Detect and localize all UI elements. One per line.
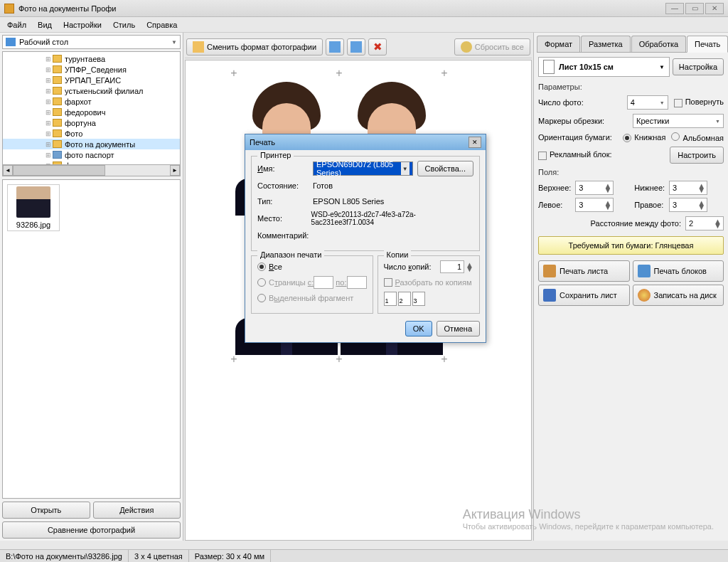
paper-settings-button[interactable]: Настройка [673, 58, 724, 75]
statusbar: B:\Фото на документы\93286.jpg 3 x 4 цве… [0, 549, 728, 562]
windows-activation-watermark: Активация Windows Чтобы активировать Win… [463, 507, 714, 531]
tree-item[interactable]: ⊞фортуна [3, 117, 180, 128]
paper-size-combo[interactable]: Лист 10x15 см▼ [538, 57, 670, 77]
photo-count-label: Число фото: [538, 98, 627, 107]
tab-layout[interactable]: Разметка [581, 36, 631, 52]
status-size: Размер: 30 x 40 мм [189, 550, 271, 562]
tree-item[interactable]: ⊞УРПАП_ЕГАИС [3, 75, 180, 85]
range-from-input[interactable] [314, 276, 333, 289]
disc-icon [638, 289, 651, 302]
printer-icon [543, 265, 556, 277]
change-format-button[interactable]: Сменить формат фотографии [186, 38, 323, 55]
delete-icon: ✖ [372, 41, 383, 53]
tree-item[interactable]: ⊞УПФР_Сведения [3, 64, 180, 75]
range-to-input[interactable] [347, 276, 367, 289]
printer-name-label: И [257, 164, 263, 173]
printer-location: WSD-e9c20113-d2c7-4fe3-a72a-5ac231ee3f71… [311, 211, 473, 226]
tree-item[interactable]: ⊞Фото [3, 128, 180, 139]
margin-bottom-input[interactable]: 3▲▼ [669, 181, 707, 195]
menu-file[interactable]: Файл [3, 19, 31, 31]
ad-block-checkbox[interactable] [538, 152, 547, 160]
printer-name-combo[interactable]: EPSON69D072 (L805 Series)▼ [313, 161, 413, 176]
rotate-checkbox[interactable] [674, 99, 682, 107]
range-selection-radio [257, 294, 266, 302]
reset-icon [461, 41, 472, 53]
titlebar: Фото на документы Профи — ▭ ✕ [0, 0, 728, 17]
dialog-titlebar[interactable]: Печать ✕ [245, 134, 486, 150]
thumbnail-label: 93286.jpg [16, 221, 50, 229]
rotate-left-icon [329, 41, 341, 53]
spacing-label: Расстояние между фото: [538, 219, 685, 228]
ad-settings-button[interactable]: Настроить [670, 147, 724, 164]
margin-left-input[interactable]: 3▲▼ [575, 198, 614, 212]
scroll-right-button[interactable]: ► [170, 165, 180, 176]
scroll-thumb[interactable] [13, 165, 105, 176]
menu-settings[interactable]: Настройки [59, 19, 106, 31]
location-combo[interactable]: Рабочий стол ▼ [2, 35, 181, 49]
print-blocks-button[interactable]: Печать блоков [633, 260, 724, 282]
range-pages-radio[interactable] [257, 278, 266, 287]
printer-properties-button[interactable]: Свойства... [417, 161, 473, 176]
orientation-landscape-radio[interactable] [671, 132, 680, 141]
write-disc-button[interactable]: Записать на диск [633, 285, 724, 306]
toolbar: Сменить формат фотографии ✖ Сбросить все [185, 36, 532, 58]
save-sheet-button[interactable]: Сохранить лист [538, 285, 630, 306]
dialog-cancel-button[interactable]: Отмена [437, 321, 480, 336]
menu-style[interactable]: Стиль [109, 19, 139, 31]
location-label: Рабочий стол [19, 38, 68, 46]
tree-item[interactable]: ⊞фотонадок [3, 160, 180, 165]
folder-tree[interactable]: ⊞турунтаева⊞УПФР_Сведения⊞УРПАП_ЕГАИС⊞ус… [2, 51, 181, 165]
person-icon [193, 41, 204, 53]
spacing-input[interactable]: 2▲▼ [685, 216, 724, 230]
rotate-right-button[interactable] [347, 38, 365, 55]
close-button[interactable]: ✕ [705, 3, 724, 14]
tabs: Формат Разметка Обработка Печать [537, 36, 725, 53]
scroll-left-button[interactable]: ◄ [3, 165, 13, 176]
open-button[interactable]: Открыть [2, 502, 90, 519]
compare-button[interactable]: Сравнение фотографий [2, 521, 181, 539]
tab-processing[interactable]: Обработка [631, 36, 686, 52]
right-panel: Формат Разметка Обработка Печать Лист 10… [533, 33, 728, 541]
thumbnail-image [16, 186, 50, 218]
tab-print[interactable]: Печать [687, 36, 728, 53]
paper-icon [543, 60, 555, 74]
save-icon [543, 289, 556, 302]
tree-item[interactable]: ⊞федорович [3, 107, 180, 117]
minimize-button[interactable]: — [665, 3, 684, 14]
tree-scrollbar[interactable]: ◄ ► [2, 165, 181, 176]
orientation-portrait-radio[interactable] [623, 134, 631, 142]
margin-top-input[interactable]: 3▲▼ [575, 181, 614, 195]
margin-right-input[interactable]: 3▲▼ [669, 198, 707, 212]
window-title: Фото на документы Профи [18, 4, 117, 13]
blocks-icon [638, 265, 651, 277]
tree-item[interactable]: ⊞турунтаева [3, 53, 180, 64]
status-path: B:\Фото на документы\93286.jpg [0, 550, 129, 562]
range-all-radio[interactable] [257, 263, 266, 271]
dialog-ok-button[interactable]: OK [405, 321, 432, 336]
photo-count-input[interactable]: 4▼ [627, 95, 668, 110]
reset-button[interactable]: Сбросить все [454, 38, 530, 55]
markers-combo[interactable]: Крестики▼ [633, 114, 724, 128]
tree-item[interactable]: ⊞фархот [3, 96, 180, 107]
copies-input[interactable] [440, 260, 464, 273]
rotate-left-button[interactable] [326, 38, 344, 55]
dialog-close-button[interactable]: ✕ [469, 137, 481, 148]
folder-icon [6, 38, 16, 46]
tree-item[interactable]: ⊞устькеньский филиал [3, 85, 180, 96]
delete-button[interactable]: ✖ [368, 38, 387, 55]
menu-view[interactable]: Вид [33, 19, 56, 31]
collate-preview: 123 [384, 292, 474, 306]
print-dialog: Печать ✕ Принтер Имя: EPSON69D072 (L805 … [245, 134, 486, 343]
paper-type-banner: Требуемый тип бумаги: Глянцевая [538, 236, 724, 255]
tree-item[interactable]: ⊞фото паспорт [3, 149, 180, 160]
tree-item[interactable]: ⊞Фото на документы [3, 139, 180, 149]
thumbnail[interactable]: 93286.jpg [7, 184, 60, 231]
print-sheet-button[interactable]: Печать листа [538, 260, 630, 282]
params-label: Параметры: [538, 83, 724, 91]
tab-format[interactable]: Формат [537, 36, 580, 52]
menu-help[interactable]: Справка [142, 19, 181, 31]
printer-fieldset-label: Принтер [257, 151, 294, 159]
maximize-button[interactable]: ▭ [685, 3, 704, 14]
thumbnail-panel: 93286.jpg [2, 179, 181, 499]
actions-button[interactable]: Действия [93, 502, 181, 519]
